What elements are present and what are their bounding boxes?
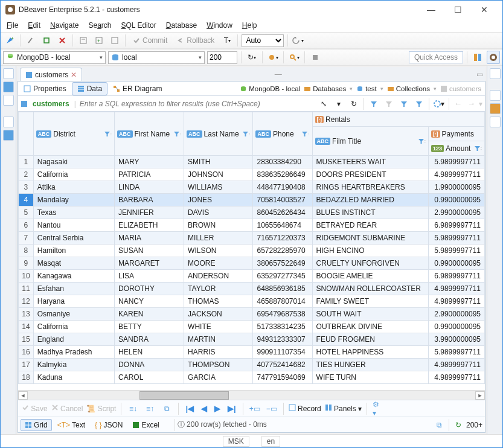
horizontal-scrollbar[interactable]: ◄► (18, 390, 485, 400)
perspective-dbeaver-icon[interactable] (471, 51, 484, 64)
table-row[interactable]: 6 Nantou ELIZABETH BROWN 10655648674 BET… (19, 219, 485, 232)
filter-case-icon[interactable] (397, 97, 411, 110)
dock-r4-icon[interactable] (490, 117, 501, 127)
mode-json[interactable]: { }JSON (91, 419, 127, 431)
colorize-icon[interactable]: ▾ (432, 97, 446, 110)
tab-properties[interactable]: Properties (18, 82, 72, 95)
filter-expression-input[interactable] (78, 98, 315, 109)
history-icon[interactable]: ▾ (332, 97, 345, 110)
quick-access-field[interactable]: Quick Access (409, 51, 463, 63)
menu-search[interactable]: Search (85, 20, 115, 31)
back-history-icon[interactable]: ▾ (292, 34, 305, 47)
table-row[interactable]: 11 Esfahan DOROTHY TAYLOR 648856936185 S… (19, 283, 485, 295)
sort-asc-icon[interactable]: ≡↓ (126, 402, 139, 415)
record-button[interactable]: Record (289, 404, 321, 413)
table-row[interactable]: 15 England SANDRA MARTIN 949312333307 FE… (19, 333, 485, 346)
tab-data[interactable]: Data (72, 82, 107, 95)
refresh-rows-icon[interactable]: ↻ (452, 418, 465, 432)
dock-view5-icon[interactable] (3, 130, 14, 141)
table-row[interactable]: 3 Attika LINDA WILLIAMS 448477190408 RIN… (19, 181, 485, 194)
nav-back-icon[interactable]: ← (452, 99, 464, 108)
dock-r1-icon[interactable] (490, 68, 501, 79)
menu-edit[interactable]: Edit (24, 20, 44, 31)
table-row[interactable]: 17 Kalmykia DONNA THOMPSON 407752414682 … (19, 359, 485, 371)
table-row[interactable]: 9 Masqat MARGARET MOORE 380657522649 CRU… (19, 257, 485, 270)
dock-view3-icon[interactable] (3, 95, 14, 106)
minimize-button[interactable]: — (418, 1, 444, 18)
menu-database[interactable]: Database (162, 20, 200, 31)
dock-r3-icon[interactable] (490, 103, 501, 114)
config-icon[interactable]: ⚙ ▾ (372, 402, 385, 415)
table-row[interactable]: 2 California PATRICIA JOHNSON 8386352866… (19, 168, 485, 181)
filter-icon[interactable] (367, 97, 380, 110)
crumb-connection[interactable]: MongoDB - local (240, 85, 300, 92)
menu-sql-editor[interactable]: SQL Editor (117, 20, 159, 31)
mode-text[interactable]: <T>Text (53, 419, 89, 431)
tab-er-diagram[interactable]: ER Diagram (107, 82, 167, 95)
dock-view1-icon[interactable] (3, 68, 14, 79)
new-sql-icon[interactable]: + (92, 34, 106, 47)
save-button[interactable]: Save (22, 404, 48, 413)
script-button[interactable]: 📜 Script (86, 405, 116, 413)
add-row-icon[interactable]: +▭ (248, 402, 261, 415)
filter-remove-icon[interactable] (382, 97, 396, 110)
table-row[interactable]: 14 California BETTY WHITE 517338314235 O… (19, 321, 485, 333)
crumb-collection[interactable]: customers (440, 85, 481, 92)
prev-row-icon[interactable]: ◀ (199, 404, 209, 413)
expand-all-icon[interactable]: ⤡ (317, 97, 330, 110)
dock-r2-icon[interactable] (490, 90, 501, 101)
filter-settings-icon[interactable] (412, 97, 426, 110)
search-tool-icon[interactable]: ▾ (287, 51, 301, 64)
table-row[interactable]: 1 Nagasaki MARY SMITH 28303384290 MUSKET… (19, 156, 485, 168)
minimize-editor-icon[interactable]: — (272, 68, 284, 81)
apply-filter-icon[interactable]: ↻ (347, 97, 360, 110)
invalidate-icon[interactable] (56, 34, 69, 47)
table-row[interactable]: 12 Haryana NANCY THOMAS 465887807014 FAM… (19, 295, 485, 308)
maximize-editor-icon[interactable]: ▭ (474, 68, 485, 81)
copy-status-icon[interactable]: ⧉ (433, 418, 446, 432)
perspective-default-icon[interactable] (487, 51, 500, 64)
transaction-select[interactable]: Auto (242, 34, 284, 47)
last-row-icon[interactable]: ▶| (226, 404, 238, 413)
crumb-collections[interactable]: Collections (387, 85, 430, 92)
del-row-icon[interactable]: −▭ (265, 402, 278, 415)
commit-button[interactable]: Commit (129, 34, 171, 47)
dock-view4-icon[interactable] (3, 117, 14, 127)
crumb-databases[interactable]: Databases (304, 85, 346, 92)
new-connection-icon[interactable]: + (3, 34, 16, 47)
mode-excel[interactable]: Excel (128, 419, 163, 431)
fetch-limit-input[interactable] (207, 51, 237, 64)
sql-editor-icon[interactable] (77, 34, 90, 47)
data-grid[interactable]: ABC District: ABC First Name: ABC Last N… (18, 112, 485, 390)
mode-grid[interactable]: Grid (21, 419, 52, 431)
recent-sql-icon[interactable] (108, 34, 121, 47)
table-row[interactable]: 7 Central Serbia MARIA MILLER 7165712203… (19, 232, 485, 245)
first-row-icon[interactable]: |◀ (184, 404, 196, 413)
next-row-icon[interactable]: ▶ (213, 404, 222, 413)
table-row[interactable]: 10 Kanagawa LISA ANDERSON 635297277345 B… (19, 270, 485, 283)
table-row[interactable]: 4 Mandalay BARBARA JONES 705814003527 BE… (19, 194, 485, 206)
refresh-icon[interactable]: ↻▾ (245, 51, 258, 64)
table-row[interactable]: 5 Texas JENNIFER DAVIS 860452626434 BLUE… (19, 206, 485, 219)
table-row[interactable]: 8 Hamilton SUSAN WILSON 657282285970 HIG… (19, 245, 485, 257)
transaction-mode-icon[interactable]: T▾ (220, 34, 234, 47)
debug-icon[interactable]: ▾ (266, 51, 280, 64)
menu-window[interactable]: Window (203, 20, 236, 31)
cancel-button[interactable]: Cancel (51, 404, 83, 413)
row-count[interactable]: 200+ (466, 421, 482, 429)
connection-selector[interactable]: MongoDB - local▾ (3, 51, 106, 64)
database-selector[interactable]: local▾ (108, 51, 205, 64)
crumb-database[interactable]: test (356, 85, 377, 92)
dup-row-icon[interactable]: ⧉ (160, 402, 173, 415)
menu-navigate[interactable]: Navigate (46, 20, 82, 31)
tab-close-icon[interactable]: ✕ (71, 71, 77, 79)
table-row[interactable]: 13 Osmaniye KAREN JACKSON 695479687538 S… (19, 308, 485, 321)
disconnect-icon[interactable] (40, 34, 53, 47)
misc-tool-icon[interactable] (309, 51, 322, 64)
menu-help[interactable]: Help (239, 20, 261, 31)
connect-icon[interactable] (24, 34, 37, 47)
table-row[interactable]: 16 Madhya Pradesh HELEN HARRIS 990911107… (19, 346, 485, 359)
panels-button[interactable]: Panels ▾ (325, 404, 362, 413)
nav-fwd-icon[interactable]: → (466, 99, 477, 108)
table-row[interactable]: 18 Kaduna CAROL GARCIA 747791594069 WIFE… (19, 371, 485, 384)
